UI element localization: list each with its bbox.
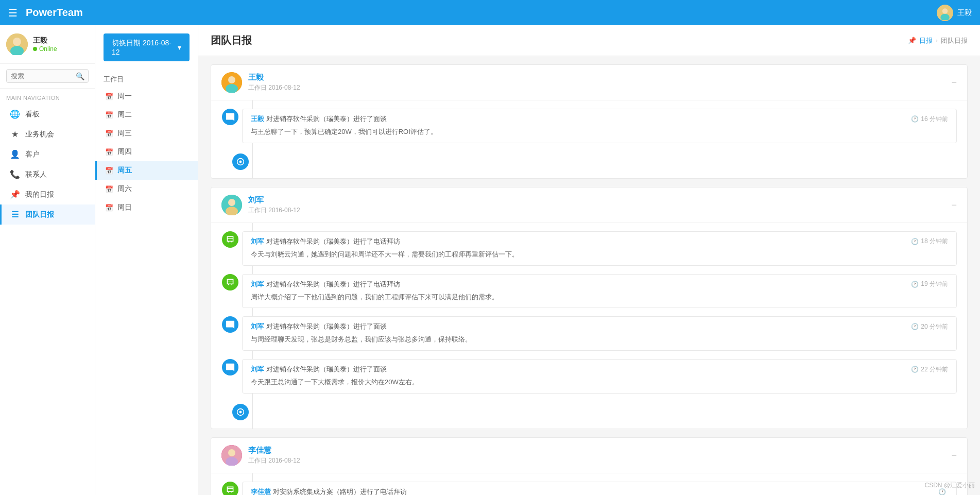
timeline-time-2-2: 🕐 19 分钟前 xyxy=(911,280,948,288)
timeline-body-2-2: 周详大概介绍了一下他们遇到的问题，我们的工程师评估下来可以满足他们的需求。 xyxy=(251,292,948,303)
clock-icon: 🕐 xyxy=(911,281,919,288)
sidebar-item-my-diary[interactable]: 📌 我的日报 xyxy=(0,184,95,204)
sidebar-search-section: 🔍 xyxy=(0,64,95,89)
svg-point-17 xyxy=(228,449,235,456)
timeline-2: 刘军 对进销存软件采购（瑞美泰）进行了电话拜访 🕐 18 分钟前 今天与刘晓云沟… xyxy=(211,223,967,429)
kanban-icon: 🌐 xyxy=(10,109,20,119)
svg-point-1 xyxy=(942,8,948,14)
timeline-content-header-2-3: 刘军 对进销存软件采购（瑞美泰）进行了面谈 🕐 20 分钟前 xyxy=(251,322,948,331)
timeline-title-3-1: 李佳慧 对安防系统集成方案（路明）进行了电话拜访 xyxy=(251,487,407,495)
timeline-3: 李佳慧 对安防系统集成方案（路明）进行了电话拜访 🕐 xyxy=(211,473,967,495)
timeline-item-3-1: 李佳慧 对安防系统集成方案（路明）进行了电话拜访 🕐 xyxy=(242,482,957,495)
sidebar-item-team-diary[interactable]: ☰ 团队日报 xyxy=(0,204,95,225)
phone-icon: 📞 xyxy=(10,169,20,179)
timeline-title-2-4: 刘军 对进销存软件采购（瑞美泰）进行了面谈 xyxy=(251,365,387,374)
timeline-content-1-1: 王毅 对进销存软件采购（瑞美泰）进行了面谈 🕐 16 分钟前 与王总聊了一下，预… xyxy=(242,109,957,143)
topbar-avatar xyxy=(937,5,953,21)
date-section-label: 工作日 xyxy=(95,70,198,87)
svg-point-10 xyxy=(239,160,242,163)
brand-name: PowerTeam xyxy=(26,7,937,19)
timeline-content-2-1: 刘军 对进销存软件采购（瑞美泰）进行了电话拜访 🕐 18 分钟前 今天与刘晓云沟… xyxy=(242,231,957,266)
date-item-sun[interactable]: 📅 周日 xyxy=(95,198,198,217)
breadcrumb-parent[interactable]: 日报 xyxy=(919,36,933,45)
svg-point-15 xyxy=(239,411,242,414)
timeline-content-header-2-2: 刘军 对进销存软件采购（瑞美泰）进行了电话拜访 🕐 19 分钟前 xyxy=(251,280,948,289)
page-title: 团队日报 xyxy=(211,33,252,47)
content-area: 团队日报 📌 日报 › 团队日报 xyxy=(198,25,980,495)
date-item-mon[interactable]: 📅 周一 xyxy=(95,87,198,106)
topbar-user[interactable]: 王毅 xyxy=(937,5,972,21)
sidebar-item-customers[interactable]: 👤 客户 xyxy=(0,144,95,164)
report-card-date-3: 工作日 2016-08-12 xyxy=(248,456,300,465)
sidebar-item-opportunities[interactable]: ★ 业务机会 xyxy=(0,124,95,144)
sidebar-item-contacts[interactable]: 📞 联系人 xyxy=(0,164,95,184)
activity-icon-2-3 xyxy=(222,316,238,333)
timeline-body-2-4: 今天跟王总沟通了一下大概需求，报价大约在20W左右。 xyxy=(251,377,948,388)
sidebar-item-kanban[interactable]: 🌐 看板 xyxy=(0,104,95,124)
sidebar-username: 王毅 xyxy=(33,36,57,45)
collapse-button-1[interactable]: − xyxy=(951,78,957,87)
report-card-header-3: 李佳慧 工作日 2016-08-12 − xyxy=(211,438,967,473)
list-icon: ☰ xyxy=(10,210,20,219)
date-item-sat[interactable]: 📅 周六 xyxy=(95,180,198,198)
timeline-time-1-1: 🕐 16 分钟前 xyxy=(911,115,948,124)
timeline-content-header-1-1: 王毅 对进销存软件采购（瑞美泰）进行了面谈 🕐 16 分钟前 xyxy=(251,114,948,124)
timeline-content-3-1: 李佳慧 对安防系统集成方案（路明）进行了电话拜访 🕐 xyxy=(242,482,957,495)
collapse-button-2[interactable]: − xyxy=(951,200,957,210)
menu-icon[interactable]: ☰ xyxy=(8,7,18,19)
timeline-item-2-2: 刘军 对进销存软件采购（瑞美泰）进行了电话拜访 🕐 19 分钟前 周详大概介绍了… xyxy=(242,274,957,309)
report-card-date-1: 工作日 2016-08-12 xyxy=(248,83,300,92)
report-card-header-2: 刘军 工作日 2016-08-12 − xyxy=(211,187,967,223)
calendar-icon: 📅 xyxy=(105,93,113,100)
sidebar-user-section: 王毅 Online xyxy=(0,25,95,64)
report-card-date-2: 工作日 2016-08-12 xyxy=(248,206,300,215)
status-dot xyxy=(33,47,37,51)
timeline-1: 王毅 对进销存软件采购（瑞美泰）进行了面谈 🕐 16 分钟前 与王总聊了一下，预… xyxy=(211,100,967,178)
clock-icon: 🕐 xyxy=(911,323,919,330)
activity-icon-2-4 xyxy=(222,359,238,375)
date-item-thu[interactable]: 📅 周四 xyxy=(95,143,198,161)
timeline-time-2-3: 🕐 20 分钟前 xyxy=(911,322,948,331)
date-switch-button[interactable]: 切换日期 2016-08-12 ▾ xyxy=(104,33,190,61)
timeline-body-1-1: 与王总聊了一下，预算已确定20W，我们可以进行ROI评估了。 xyxy=(251,127,948,138)
breadcrumb-separator: › xyxy=(936,37,938,44)
timeline-item-2-4: 刘军 对进销存软件采购（瑞美泰）进行了面谈 🕐 22 分钟前 今天跟王总沟通了一… xyxy=(242,359,957,394)
date-item-tue[interactable]: 📅 周二 xyxy=(95,106,198,124)
timeline-end-icon-2 xyxy=(232,404,249,420)
search-wrap: 🔍 xyxy=(6,69,89,83)
activity-user-1-1: 王毅 xyxy=(251,115,264,123)
sidebar-nav: 🌐 看板 ★ 业务机会 👤 客户 📞 联系人 📌 我的日报 ☰ 团队日报 xyxy=(0,104,95,225)
activity-user-2-1: 刘军 xyxy=(251,237,264,245)
activity-action-3-1: 对安防系统集成方案（路明）进行了电话拜访 xyxy=(273,488,407,495)
report-avatar-1 xyxy=(221,72,242,93)
timeline-content-header-2-4: 刘军 对进销存软件采购（瑞美泰）进行了面谈 🕐 22 分钟前 xyxy=(251,365,948,374)
calendar-icon: 📅 xyxy=(105,185,113,193)
report-card-name-3: 李佳慧 xyxy=(248,446,300,455)
calendar-icon: 📅 xyxy=(105,167,113,175)
pin-icon: 📌 xyxy=(10,190,20,199)
calendar-icon: 📅 xyxy=(105,148,113,156)
timeline-end-2 xyxy=(242,402,957,420)
sidebar-status: Online xyxy=(33,45,57,53)
timeline-end-icon-1 xyxy=(232,153,249,170)
date-item-wed[interactable]: 📅 周三 xyxy=(95,124,198,143)
date-panel: 切换日期 2016-08-12 ▾ 工作日 📅 周一 📅 周二 📅 周三 xyxy=(95,25,198,495)
clock-icon: 🕐 xyxy=(911,366,919,373)
date-item-fri[interactable]: 📅 周五 xyxy=(95,161,198,180)
report-card-header-1: 王毅 工作日 2016-08-12 − xyxy=(211,65,967,100)
collapse-button-3[interactable]: − xyxy=(951,451,957,460)
timeline-title-2-2: 刘军 对进销存软件采购（瑞美泰）进行了电话拜访 xyxy=(251,280,400,289)
search-icon: 🔍 xyxy=(76,72,84,80)
main: 切换日期 2016-08-12 ▾ 工作日 📅 周一 📅 周二 📅 周三 xyxy=(95,25,980,495)
breadcrumb: 📌 日报 › 团队日报 xyxy=(908,36,968,45)
activity-user-2-3: 刘军 xyxy=(251,322,264,330)
report-card-name-2: 刘军 xyxy=(248,195,300,205)
breadcrumb-icon: 📌 xyxy=(908,37,916,44)
report-card-li-jiahui: 李佳慧 工作日 2016-08-12 − xyxy=(211,437,968,495)
activity-user-2-4: 刘军 xyxy=(251,365,264,373)
nav-section-label: MAIN NAVIGATION xyxy=(0,89,95,104)
report-card-liu-jun: 刘军 工作日 2016-08-12 − xyxy=(211,187,968,429)
watermark: CSDN @江爱小丽 xyxy=(924,481,975,490)
report-user-3: 李佳慧 工作日 2016-08-12 xyxy=(221,445,300,466)
page-header: 团队日报 📌 日报 › 团队日报 xyxy=(198,25,980,56)
